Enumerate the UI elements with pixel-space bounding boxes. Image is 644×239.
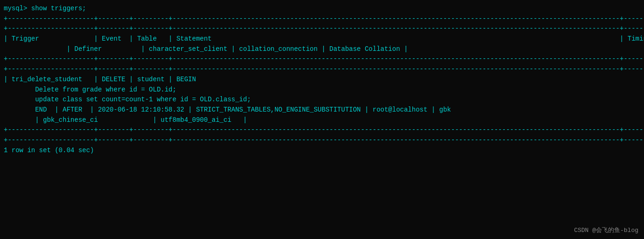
data-row-4: END | AFTER | 2020-06-18 12:10:58.32 | S… [0,105,644,115]
header-row-2: | Definer | character_set_client | colla… [0,44,644,55]
data-row-1: | tri_delete_student | DELETE | student … [0,75,644,85]
separator-6: +----------------------+--------+-------… [0,135,644,146]
data-row-5: | gbk_chinese_ci | utf8mb4_0900_ai_ci | [0,115,644,126]
result-line: 1 row in set (0.04 sec) [0,146,644,156]
separator-2: +----------------------+--------+-------… [0,24,644,34]
separator-3: +----------------------+--------+-------… [0,54,644,64]
data-row-3: update class set count=count-1 where id … [0,95,644,105]
header-row-1: | Trigger | Event | Table | Statement | … [0,34,644,44]
prompt-line: mysql> show triggers; [0,4,644,14]
data-row-2: Delete from grade where id = OLD.id; [0,85,644,95]
separator-4: +----------------------+--------+-------… [0,64,644,75]
separator-top: +----------------------+--------+-------… [0,14,644,24]
terminal-window: mysql> show triggers; +-----------------… [0,0,644,239]
separator-5: +----------------------+--------+-------… [0,125,644,135]
watermark: CSDN @会飞的鱼-blog [574,226,638,234]
